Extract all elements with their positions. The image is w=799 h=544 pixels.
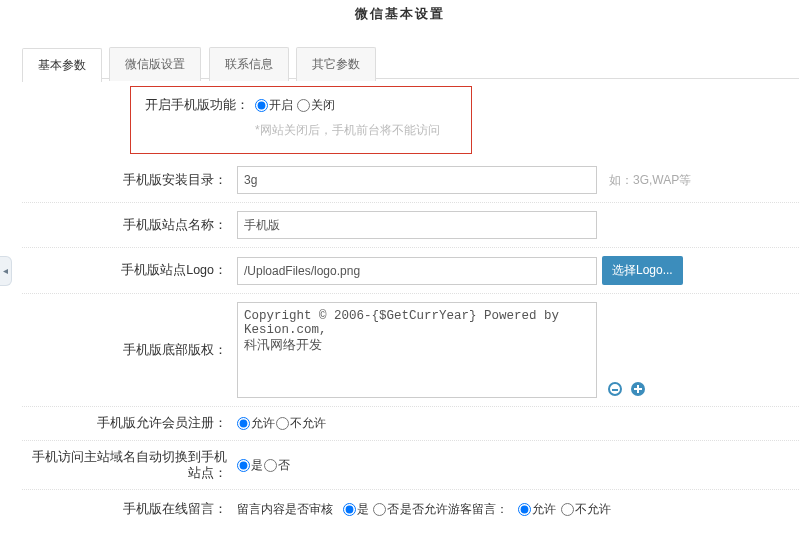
mobile-enable-group: 开启手机版功能： 开启 关闭 *网站关闭后，手机前台将不能访问: [130, 86, 472, 154]
guestbook-audit-no-radio[interactable]: [373, 503, 386, 516]
guestbook-audit-yes-text: 是: [357, 502, 369, 516]
guestbook-audit-label: 留言内容是否审核: [237, 501, 333, 518]
allow-reg-yes-text: 允许: [251, 415, 275, 432]
site-name-label: 手机版站点名称：: [22, 217, 237, 234]
page-title: 微信基本设置: [0, 0, 799, 25]
left-collapse-handle[interactable]: ◂: [0, 256, 12, 286]
guestbook-guest-yes-text: 允许: [532, 502, 556, 516]
mobile-enable-off-text: 关闭: [311, 98, 335, 112]
site-logo-input[interactable]: [237, 257, 597, 285]
guestbook-audit-yes-radio[interactable]: [343, 503, 356, 516]
tab-basic[interactable]: 基本参数: [22, 48, 102, 82]
remove-icon[interactable]: [608, 382, 622, 396]
form-area: 开启手机版功能： 开启 关闭 *网站关闭后，手机前台将不能访问 手机版安装目录：…: [22, 86, 799, 529]
guestbook-guest-no-radio[interactable]: [561, 503, 574, 516]
allow-reg-label: 手机版允许会员注册：: [22, 415, 237, 432]
add-icon[interactable]: [631, 382, 645, 396]
auto-switch-no-radio[interactable]: [264, 459, 277, 472]
mobile-enable-off-radio[interactable]: [297, 99, 310, 112]
tab-contact[interactable]: 联系信息: [209, 47, 289, 81]
site-logo-label: 手机版站点Logo：: [22, 262, 237, 279]
install-dir-label: 手机版安装目录：: [22, 172, 237, 189]
auto-switch-yes-text: 是: [251, 457, 263, 474]
mobile-enable-hint: *网站关闭后，手机前台将不能访问: [255, 122, 471, 139]
guestbook-label: 手机版在线留言：: [22, 501, 237, 518]
auto-switch-label: 手机访问主站域名自动切换到手机站点：: [22, 449, 237, 481]
mobile-enable-label: 开启手机版功能：: [131, 97, 255, 139]
tab-wechat[interactable]: 微信版设置: [109, 47, 201, 81]
auto-switch-yes-radio[interactable]: [237, 459, 250, 472]
guestbook-audit-no-text: 否: [387, 502, 399, 516]
tab-other[interactable]: 其它参数: [296, 47, 376, 81]
install-dir-hint: 如：3G,WAP等: [609, 172, 691, 189]
guestbook-guest-yes-radio[interactable]: [518, 503, 531, 516]
allow-reg-no-radio[interactable]: [276, 417, 289, 430]
tab-bar: 基本参数 微信版设置 联系信息 其它参数: [22, 47, 799, 79]
mobile-enable-on-text: 开启: [269, 98, 293, 112]
mobile-enable-on-radio[interactable]: [255, 99, 268, 112]
footer-label: 手机版底部版权：: [22, 342, 237, 359]
footer-textarea[interactable]: [237, 302, 597, 398]
choose-logo-button[interactable]: 选择Logo...: [602, 256, 683, 285]
guestbook-guest-label: 是否允许游客留言：: [400, 501, 508, 518]
allow-reg-no-text: 不允许: [290, 415, 326, 432]
allow-reg-yes-radio[interactable]: [237, 417, 250, 430]
install-dir-input[interactable]: [237, 166, 597, 194]
site-name-input[interactable]: [237, 211, 597, 239]
auto-switch-no-text: 否: [278, 457, 290, 474]
guestbook-guest-no-text: 不允许: [575, 502, 611, 516]
